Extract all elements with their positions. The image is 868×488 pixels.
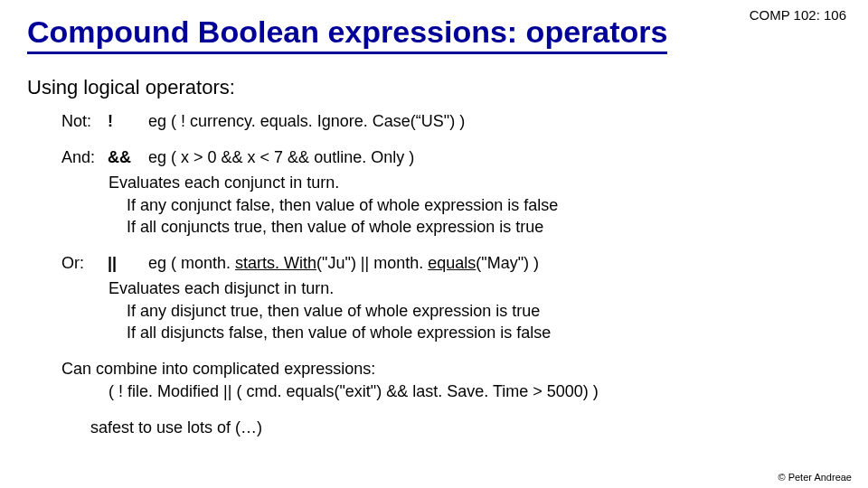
copyright: © Peter Andreae <box>778 472 853 483</box>
combine-expr: ( ! file. Modified || ( cmd. equals("exi… <box>108 380 841 402</box>
not-example: eg ( ! currency. equals. Ignore. Case(“U… <box>148 112 465 130</box>
not-example-pre: eg ( ! currency. equals. Ignore. Case( <box>148 112 416 130</box>
and-explain-1: Evaluates each conjunct in turn. <box>108 172 841 193</box>
safest-note: safest to use lots of (…) <box>90 417 841 438</box>
or-label: Or: <box>61 252 103 274</box>
course-tag: COMP 102: 106 <box>750 7 846 23</box>
slide-body: Using logical operators: Not: ! eg ( ! c… <box>27 74 841 438</box>
and-block: And: && eg ( x > 0 && x < 7 && outline. … <box>27 146 841 238</box>
or-example-startswith: starts. With <box>235 254 316 272</box>
not-label: Not: <box>61 110 103 132</box>
or-example-equals: equals <box>428 254 476 272</box>
or-example-post: ("May") ) <box>476 254 539 272</box>
or-example: eg ( month. starts. With("Ju") || month.… <box>148 254 539 272</box>
subheading: Using logical operators: <box>27 74 841 101</box>
and-explain-3: If all conjuncts true, then value of who… <box>127 216 841 238</box>
and-symbol: && <box>108 146 144 168</box>
and-label: And: <box>61 146 103 168</box>
and-example: eg ( x > 0 && x < 7 && outline. Only ) <box>148 148 414 166</box>
combine-block: Can combine into complicated expressions… <box>27 358 841 402</box>
slide: COMP 102: 106 Compound Boolean expressio… <box>0 0 868 488</box>
not-symbol: ! <box>108 110 144 132</box>
or-example-mid: ("Ju") || month. <box>316 254 428 272</box>
or-explain-3: If all disjuncts false, then value of wh… <box>127 322 841 343</box>
or-symbol: || <box>108 252 144 274</box>
not-row: Not: ! eg ( ! currency. equals. Ignore. … <box>61 110 841 132</box>
or-row: Or: || eg ( month. starts. With("Ju") ||… <box>61 252 841 274</box>
not-block: Not: ! eg ( ! currency. equals. Ignore. … <box>27 110 841 132</box>
or-example-pre: eg ( month. <box>148 254 235 272</box>
not-example-rest: US") ) <box>421 112 465 130</box>
or-explain-1: Evaluates each disjunct in turn. <box>108 277 841 299</box>
or-block: Or: || eg ( month. starts. With("Ju") ||… <box>27 252 841 343</box>
slide-title: Compound Boolean expressions: operators <box>27 14 667 54</box>
and-explain-2: If any conjunct false, then value of who… <box>127 194 841 216</box>
combine-head: Can combine into complicated expressions… <box>61 358 841 380</box>
and-row: And: && eg ( x > 0 && x < 7 && outline. … <box>61 146 841 168</box>
or-explain-2: If any disjunct true, then value of whol… <box>127 300 841 322</box>
